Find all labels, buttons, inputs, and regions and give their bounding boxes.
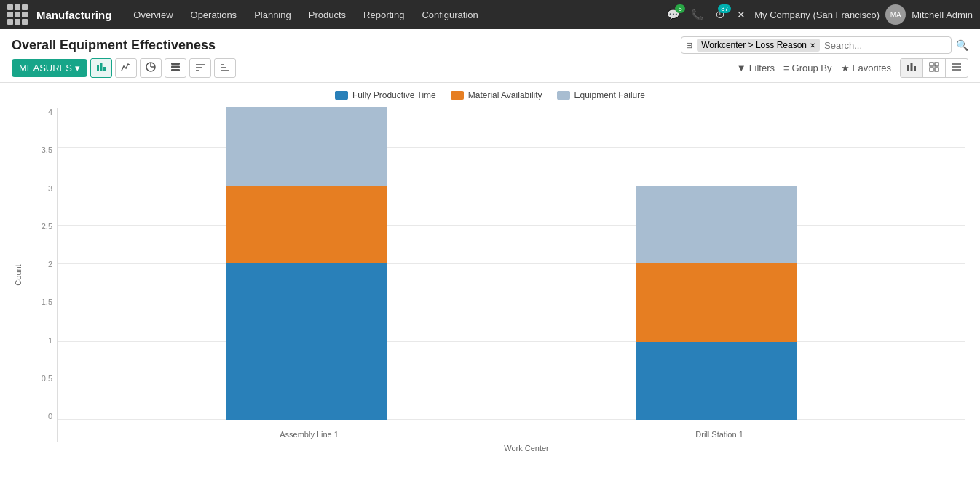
svg-rect-15 — [907, 65, 909, 71]
legend-color-fully-productive — [335, 91, 348, 100]
y-label-05: 0.5 — [42, 374, 52, 383]
bar-drill-station-1 — [636, 186, 797, 421]
bar-segment-equipment-failure-2 — [636, 186, 797, 264]
svg-rect-16 — [911, 63, 913, 71]
stack-icon — [170, 62, 181, 74]
line-chart-button[interactable] — [115, 58, 137, 78]
x-label-assembly-1: Assembly Line 1 — [280, 430, 339, 442]
chart-area: Count 4 3.5 3 2.5 2 1.5 1 0.5 0 — [15, 108, 965, 442]
chat-badge: 5 — [675, 4, 685, 13]
y-axis-title-wrap: Count — [15, 108, 28, 442]
x-label-drill-1: Drill Station 1 — [695, 430, 743, 442]
top-navigation: Manufacturing Overview Operations Planni… — [0, 0, 980, 29]
nav-products[interactable]: Products — [301, 0, 353, 29]
nav-reporting[interactable]: Reporting — [356, 0, 411, 29]
filters-label: Filters — [749, 63, 775, 73]
stack-button[interactable] — [165, 58, 186, 78]
measures-button[interactable]: MEASURES ▾ — [12, 59, 87, 77]
chart-container: Fully Productive Time Material Availabil… — [0, 83, 980, 460]
close-icon[interactable]: ✕ — [734, 6, 748, 23]
app-grid-icon[interactable] — [7, 4, 28, 25]
pie-chart-button[interactable] — [140, 58, 162, 78]
measures-dropdown-icon: ▾ — [75, 63, 80, 73]
bar-segment-material-1 — [226, 186, 387, 264]
bar-segment-material-2 — [636, 263, 797, 342]
stacked-bar-assembly-1 — [226, 107, 387, 420]
filter-tag-remove[interactable]: ✕ — [810, 41, 815, 49]
svg-rect-21 — [935, 68, 938, 71]
x-axis-title: Work Center — [87, 444, 965, 453]
search-input[interactable] — [824, 40, 947, 51]
bar-segment-productive-2 — [636, 342, 797, 421]
svg-rect-7 — [171, 66, 180, 68]
svg-rect-2 — [103, 67, 106, 71]
y-label-15: 1.5 — [42, 298, 52, 306]
chart-legend: Fully Productive Time Material Availabil… — [15, 90, 965, 100]
y-label-3: 3 — [48, 184, 52, 193]
bar-chart-button[interactable] — [90, 58, 112, 78]
favorites-label: Favorites — [853, 63, 891, 73]
y-axis: 4 3.5 3 2.5 2 1.5 1 0.5 0 — [28, 108, 57, 442]
nav-operations[interactable]: Operations — [183, 0, 245, 29]
bar-segment-productive-1 — [226, 263, 387, 420]
user-avatar[interactable]: MA — [885, 4, 906, 25]
sort-asc-icon — [195, 62, 205, 74]
pie-chart-icon — [146, 62, 156, 74]
y-label-35: 3.5 — [42, 146, 52, 154]
bar-segment-equipment-failure-1 — [226, 107, 387, 186]
bars-area — [58, 108, 965, 420]
sort-desc-button[interactable] — [214, 58, 236, 78]
view-switcher — [900, 58, 968, 78]
legend-color-material-availability — [451, 91, 464, 100]
svg-rect-1 — [100, 63, 102, 71]
measures-label: MEASURES — [19, 63, 72, 73]
y-label-0: 0 — [48, 412, 52, 421]
search-icon[interactable]: 🔍 — [956, 39, 968, 51]
legend-equipment-failure: Equipment Failure — [557, 90, 645, 100]
nav-overview[interactable]: Overview — [126, 0, 180, 29]
clock-badge: 37 — [718, 4, 731, 13]
chart-plot: Assembly Line 1 Drill Station 1 — [57, 108, 965, 442]
filter-tag-label: Workcenter > Loss Reason — [701, 40, 807, 50]
y-label-4: 4 — [48, 108, 52, 116]
clock-icon[interactable]: ⏱ 37 — [712, 6, 728, 23]
y-axis-title: Count — [14, 264, 23, 285]
legend-material-availability: Material Availability — [451, 90, 542, 100]
sort-desc-icon — [220, 62, 230, 74]
stacked-bar-drill-1 — [636, 186, 797, 421]
line-chart-icon — [121, 62, 131, 74]
svg-rect-0 — [97, 65, 99, 71]
legend-color-equipment-failure — [557, 91, 570, 100]
groupby-button[interactable]: ≡ Group By — [783, 63, 832, 73]
app-brand[interactable]: Manufacturing — [36, 9, 111, 21]
subheader: Overall Equipment Effectiveness ⊞ Workce… — [0, 29, 980, 54]
legend-label-material-availability: Material Availability — [468, 90, 542, 100]
nav-configuration[interactable]: Configuration — [414, 0, 485, 29]
filter-tag[interactable]: Workcenter > Loss Reason ✕ — [697, 39, 820, 52]
toolbar: MEASURES ▾ ▼ Filters — [0, 54, 980, 83]
filters-button[interactable]: ▼ Filters — [737, 63, 775, 73]
table-view-button[interactable] — [923, 59, 946, 77]
legend-label-equipment-failure: Equipment Failure — [574, 90, 645, 100]
favorites-button[interactable]: ★ Favorites — [841, 63, 891, 73]
bar-chart-icon — [96, 62, 106, 74]
svg-rect-19 — [935, 63, 938, 66]
phone-icon[interactable]: 📞 — [688, 6, 706, 23]
svg-rect-8 — [171, 69, 180, 71]
y-label-2: 2 — [48, 260, 52, 268]
legend-label-fully-productive: Fully Productive Time — [352, 90, 436, 100]
sort-asc-button[interactable] — [189, 58, 211, 78]
chat-icon[interactable]: 💬 5 — [664, 6, 682, 23]
company-name: My Company (San Francisco) — [754, 9, 880, 20]
svg-rect-17 — [914, 66, 916, 71]
bar-view-button[interactable] — [901, 59, 923, 77]
legend-fully-productive: Fully Productive Time — [335, 90, 436, 100]
nav-planning[interactable]: Planning — [247, 0, 299, 29]
groupby-icon: ≡ — [783, 63, 789, 73]
svg-rect-20 — [930, 68, 933, 71]
topnav-right: 💬 5 📞 ⏱ 37 ✕ My Company (San Francisco) … — [664, 4, 973, 25]
list-view-button[interactable] — [946, 59, 968, 77]
search-bar: ⊞ Workcenter > Loss Reason ✕ — [681, 36, 952, 54]
star-icon: ★ — [841, 63, 850, 73]
svg-rect-6 — [171, 63, 180, 65]
